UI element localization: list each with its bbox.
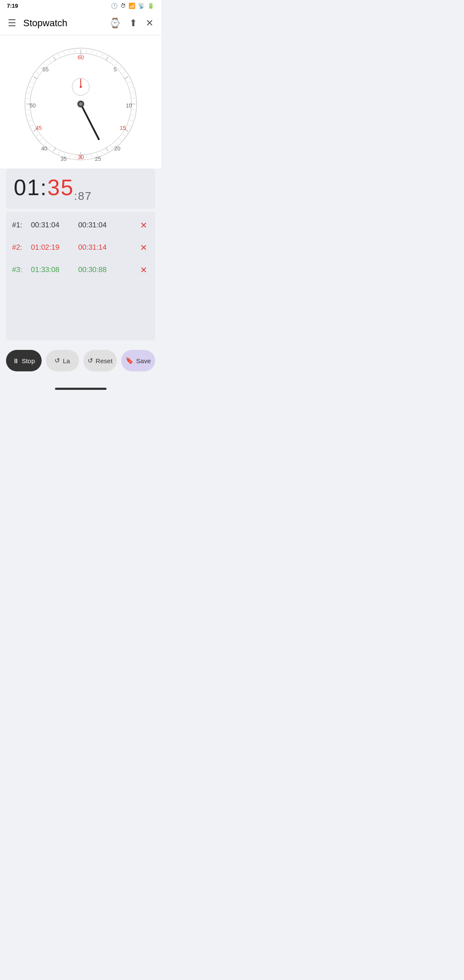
lap-number-1: #1:	[12, 221, 31, 230]
lap-total-2: 01:02:19	[31, 243, 78, 252]
watch-icon[interactable]: ⌚	[107, 16, 122, 31]
svg-point-76	[79, 86, 82, 88]
lap-total-3: 01:33:08	[31, 266, 78, 274]
svg-text:55: 55	[42, 66, 48, 73]
lap-row: #1: 00:31:04 00:31:04 ✕	[12, 218, 149, 232]
reset-button[interactable]: ↺ Reset	[83, 350, 117, 371]
save-label: Save	[136, 357, 151, 364]
lap-icon: ↺	[55, 357, 60, 364]
stop-button[interactable]: ⏸ Stop	[6, 350, 42, 371]
svg-text:35: 35	[60, 156, 66, 162]
svg-text:45: 45	[35, 125, 41, 131]
app-bar-title: Stopwatch	[23, 18, 102, 29]
status-time: 7:19	[7, 3, 18, 9]
signal-icon: 📡	[138, 3, 145, 9]
time-minutes: 35	[47, 175, 74, 200]
lap-split-1: 00:31:04	[78, 221, 138, 230]
svg-text:50: 50	[29, 102, 35, 109]
laps-list: #1: 00:31:04 00:31:04 ✕ #2: 01:02:19 00:…	[6, 211, 155, 340]
clock-svg: 60 55 5 50 10 45 15 40 20 35 25 30	[21, 44, 141, 164]
svg-text:40: 40	[41, 145, 47, 152]
reset-label: Reset	[96, 357, 113, 364]
lap-delete-2[interactable]: ✕	[138, 241, 149, 254]
time-sep1: :	[40, 175, 47, 200]
app-bar: ☰ Stopwatch ⌚ ⬆ ✕	[0, 12, 161, 35]
lap-total-1: 00:31:04	[31, 221, 78, 230]
svg-text:60: 60	[77, 54, 83, 61]
save-button[interactable]: 🔖 Save	[121, 350, 155, 371]
lap-button[interactable]: ↺ La	[46, 350, 79, 371]
save-icon: 🔖	[125, 357, 134, 364]
stop-label: Stop	[21, 357, 35, 364]
home-indicator-bar	[55, 388, 107, 390]
status-icons: 🕐 ⏱ 📶 📡 🔋	[111, 3, 154, 9]
svg-text:15: 15	[119, 125, 125, 131]
lap-split-3: 00:30:88	[78, 266, 138, 274]
lap-label: La	[63, 357, 70, 364]
time-centiseconds: :87	[74, 190, 92, 202]
close-icon[interactable]: ✕	[144, 16, 155, 31]
lap-delete-3[interactable]: ✕	[138, 263, 149, 277]
wifi-icon: 📶	[128, 3, 135, 9]
bottom-bar: ⏸ Stop ↺ La ↺ Reset 🔖 Save	[0, 343, 161, 384]
reset-icon: ↺	[88, 357, 93, 364]
svg-text:5: 5	[113, 66, 116, 73]
time-hours: 01	[14, 175, 40, 200]
lap-split-2: 00:31:14	[78, 243, 138, 252]
menu-icon[interactable]: ☰	[6, 16, 18, 31]
svg-point-79	[79, 102, 82, 106]
lap-delete-1[interactable]: ✕	[138, 218, 149, 232]
svg-text:20: 20	[114, 145, 120, 152]
time-display: 01:35:87	[6, 168, 155, 209]
pause-icon: ⏸	[12, 357, 19, 364]
status-bar: 7:19 🕐 ⏱ 📶 📡 🔋	[0, 0, 161, 12]
svg-text:30: 30	[77, 154, 83, 160]
clock-area: 60 55 5 50 10 45 15 40 20 35 25 30	[0, 35, 161, 168]
lap-number-2: #2:	[12, 243, 31, 252]
svg-text:25: 25	[95, 156, 101, 162]
alarm-icon: 🕐	[111, 3, 118, 9]
lap-row: #3: 01:33:08 00:30:88 ✕	[12, 263, 149, 277]
home-indicator	[0, 384, 161, 393]
share-icon[interactable]: ⬆	[128, 16, 139, 31]
lap-number-3: #3:	[12, 266, 31, 274]
lap-row: #2: 01:02:19 00:31:14 ✕	[12, 241, 149, 254]
stopwatch-status-icon: ⏱	[120, 3, 126, 9]
svg-text:10: 10	[125, 102, 131, 109]
battery-icon: 🔋	[147, 3, 154, 9]
